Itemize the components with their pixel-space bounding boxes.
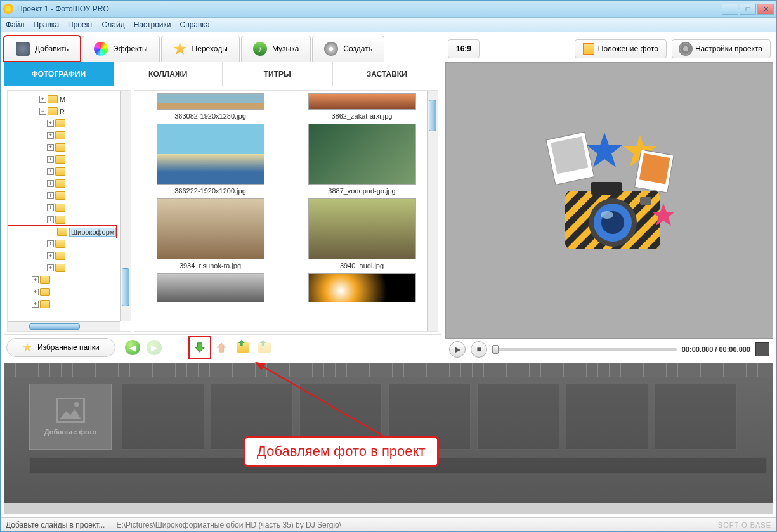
subtab-collages[interactable]: КОЛЛАЖИ bbox=[114, 62, 223, 86]
sub-tabs: ФОТОГРАФИИ КОЛЛАЖИ ТИТРЫ ЗАСТАВКИ bbox=[4, 62, 441, 86]
music-icon bbox=[253, 42, 267, 56]
maximize-button[interactable]: □ bbox=[740, 4, 756, 15]
menu-settings[interactable]: Настройки bbox=[134, 20, 171, 29]
disc-icon bbox=[324, 42, 338, 56]
tree-expand-icon[interactable]: + bbox=[32, 301, 39, 308]
menu-project[interactable]: Проект bbox=[68, 20, 93, 29]
preview-area bbox=[445, 62, 773, 339]
tree-expand-icon[interactable]: + bbox=[32, 289, 39, 295]
tree-expand-icon[interactable]: + bbox=[47, 204, 54, 211]
thumbnail-item[interactable]: 3887_vodopad-go.jpg bbox=[289, 124, 435, 195]
remove-from-project-button[interactable] bbox=[213, 339, 230, 356]
folder-icon bbox=[55, 143, 65, 152]
thumbs-vertical-scrollbar[interactable] bbox=[427, 91, 438, 331]
tree-horizontal-scrollbar[interactable] bbox=[8, 321, 120, 331]
tab-transitions-label: Переходы bbox=[192, 44, 228, 53]
menu-file[interactable]: Файл bbox=[6, 20, 25, 29]
scrollbar-thumb[interactable] bbox=[29, 323, 80, 330]
timeline-empty-slot[interactable] bbox=[655, 384, 737, 450]
status-hint: Добавьте слайды в проект... bbox=[6, 521, 105, 529]
thumbnail-label: 3887_vodopad-go.jpg bbox=[328, 187, 395, 195]
thumbnail-image bbox=[157, 198, 264, 259]
folder-icon bbox=[55, 191, 65, 200]
tree-expand-icon[interactable]: + bbox=[47, 252, 54, 259]
tree-expand-icon[interactable]: + bbox=[47, 132, 54, 139]
tree-expand-icon[interactable]: + bbox=[32, 276, 39, 283]
thumbnail-item[interactable]: 3940_audi.jpg bbox=[289, 198, 435, 269]
slider-knob[interactable] bbox=[492, 345, 499, 354]
play-button[interactable]: ▶ bbox=[449, 341, 466, 358]
timeline-empty-slot[interactable] bbox=[122, 384, 204, 450]
menu-help[interactable]: Справка bbox=[180, 20, 209, 29]
tree-expand-icon[interactable]: + bbox=[47, 144, 54, 151]
tab-music[interactable]: Музыка bbox=[241, 36, 311, 62]
folder-icon bbox=[55, 155, 65, 164]
tree-expand-icon[interactable]: + bbox=[47, 192, 54, 199]
tree-collapse-icon[interactable]: − bbox=[39, 108, 46, 115]
stop-button[interactable]: ■ bbox=[471, 341, 487, 358]
nav-back-button[interactable]: ◀ bbox=[124, 339, 141, 356]
tree-expand-icon[interactable]: + bbox=[47, 264, 54, 271]
photo-position-button[interactable]: Положение фото bbox=[575, 39, 667, 58]
tab-effects[interactable]: Эффекты bbox=[82, 36, 160, 62]
thumbnail-item[interactable]: 3934_risunok-ra.jpg bbox=[137, 198, 284, 269]
aspect-ratio-button[interactable]: 16:9 bbox=[448, 39, 480, 58]
folder-tree[interactable]: +M −R + + + + + + + + + Широкоформ bbox=[7, 90, 131, 332]
tree-vertical-scrollbar[interactable] bbox=[120, 91, 131, 321]
tab-create[interactable]: Создать bbox=[312, 36, 384, 62]
watermark-logo: SOFT O BASE bbox=[718, 521, 771, 529]
add-folder-button[interactable] bbox=[235, 339, 251, 356]
timeline-empty-slot[interactable] bbox=[566, 384, 648, 450]
statusbar: Добавьте слайды в проект... E:\Pictures\… bbox=[1, 517, 776, 531]
folder-icon bbox=[55, 179, 65, 188]
tree-expand-icon[interactable]: + bbox=[47, 156, 54, 163]
timeline-add-slot[interactable]: Добавьте фото bbox=[29, 384, 112, 450]
seek-slider[interactable] bbox=[492, 348, 677, 351]
thumbnail-image bbox=[157, 273, 264, 302]
subtab-titles[interactable]: ТИТРЫ bbox=[223, 62, 332, 86]
thumbnail-item[interactable]: 383082-1920x1280.jpg bbox=[137, 93, 284, 120]
tab-transitions[interactable]: Переходы bbox=[161, 36, 240, 62]
scrollbar-thumb[interactable] bbox=[122, 268, 129, 306]
menu-edit[interactable]: Правка bbox=[34, 20, 60, 29]
tree-expand-icon[interactable]: + bbox=[39, 96, 46, 103]
tree-expand-icon[interactable]: + bbox=[47, 180, 54, 187]
tab-add-label: Добавить bbox=[35, 44, 69, 53]
fullscreen-button[interactable] bbox=[755, 342, 769, 356]
photo-position-label: Положение фото bbox=[598, 44, 658, 53]
thumbnail-item[interactable]: 3862_zakat-arxi.jpg bbox=[289, 93, 435, 120]
svg-rect-1 bbox=[551, 136, 588, 174]
folder-icon bbox=[48, 95, 58, 103]
nav-forward-button[interactable]: ▶ bbox=[146, 339, 162, 356]
svg-marker-2 bbox=[587, 133, 622, 167]
thumbnail-item[interactable] bbox=[137, 273, 284, 302]
thumbnail-item[interactable] bbox=[289, 273, 435, 302]
thumbnail-item[interactable]: 386222-1920x1200.jpg bbox=[137, 124, 284, 195]
project-settings-button[interactable]: Настройки проекта bbox=[672, 39, 771, 58]
folder-icon bbox=[55, 167, 65, 176]
subtab-intros[interactable]: ЗАСТАВКИ bbox=[332, 62, 442, 86]
favorite-folders-button[interactable]: Избранные папки bbox=[6, 338, 115, 357]
tab-effects-label: Эффекты bbox=[113, 44, 148, 53]
timeline-empty-slot[interactable] bbox=[477, 384, 559, 450]
timeline-empty-slots bbox=[122, 384, 767, 450]
add-to-project-button[interactable] bbox=[192, 339, 208, 356]
svg-point-12 bbox=[601, 211, 613, 219]
close-button[interactable]: ✕ bbox=[757, 4, 774, 15]
svg-rect-5 bbox=[639, 153, 670, 185]
tree-selected-item[interactable]: Широкоформ bbox=[8, 226, 116, 238]
menu-slide[interactable]: Слайд bbox=[102, 20, 125, 29]
timeline-scrollbar[interactable] bbox=[4, 503, 773, 514]
scrollbar-thumb[interactable] bbox=[429, 100, 436, 131]
photo-placeholder-icon bbox=[56, 398, 85, 423]
thumbnail-grid[interactable]: 383082-1920x1280.jpg 3862_zakat-arxi.jpg… bbox=[134, 90, 438, 332]
tab-add[interactable]: Добавить bbox=[4, 36, 81, 62]
main-tabs: Добавить Эффекты Переходы Музыка Создать bbox=[4, 36, 441, 62]
tree-expand-icon[interactable]: + bbox=[47, 168, 54, 175]
subtab-photos[interactable]: ФОТОГРАФИИ bbox=[4, 62, 114, 86]
tree-expand-icon[interactable]: + bbox=[47, 240, 54, 247]
remove-folder-button[interactable] bbox=[256, 339, 273, 356]
tree-expand-icon[interactable]: + bbox=[47, 120, 54, 127]
tree-expand-icon[interactable]: + bbox=[47, 216, 54, 223]
minimize-button[interactable]: — bbox=[722, 4, 738, 15]
